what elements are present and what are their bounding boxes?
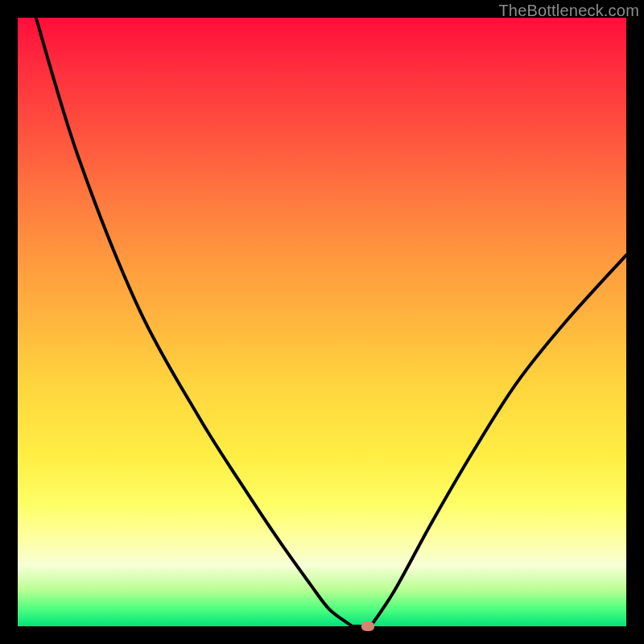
minimum-marker	[361, 621, 374, 631]
bottleneck-curve	[18, 18, 626, 626]
curve-path	[36, 18, 626, 629]
watermark-text: TheBottleneck.com	[498, 2, 639, 20]
chart-frame: TheBottleneck.com	[0, 0, 644, 644]
plot-area	[18, 18, 626, 626]
